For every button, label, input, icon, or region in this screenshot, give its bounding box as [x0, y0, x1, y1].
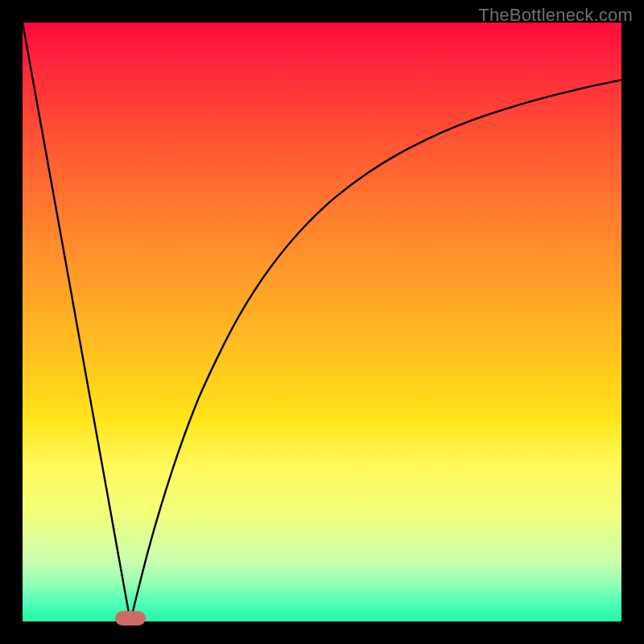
vertex-marker — [115, 611, 146, 625]
chart-frame: TheBottleneck.com — [0, 0, 644, 644]
bottleneck-curve — [23, 23, 621, 621]
curve-right-branch — [130, 80, 621, 621]
plot-area — [23, 23, 621, 621]
watermark-text: TheBottleneck.com — [478, 5, 633, 26]
curve-left-branch — [23, 23, 130, 621]
